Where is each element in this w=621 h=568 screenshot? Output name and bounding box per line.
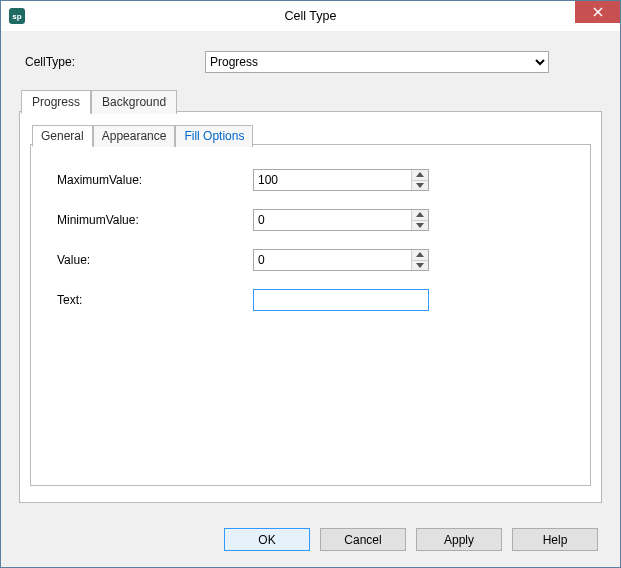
celltype-select[interactable]: Progress	[205, 51, 549, 73]
cancel-button[interactable]: Cancel	[320, 528, 406, 551]
tab-background[interactable]: Background	[91, 90, 177, 114]
tab-appearance[interactable]: Appearance	[93, 125, 176, 147]
text-field-wrap	[253, 289, 429, 311]
svg-marker-5	[416, 223, 424, 228]
value-input[interactable]	[254, 250, 411, 270]
window-title: Cell Type	[1, 9, 620, 23]
inner-tabstrip: General Appearance Fill Options	[32, 124, 253, 146]
tab-progress-label: Progress	[32, 95, 80, 109]
close-button[interactable]	[575, 1, 620, 23]
help-button[interactable]: Help	[512, 528, 598, 551]
tab-background-label: Background	[102, 95, 166, 109]
apply-button[interactable]: Apply	[416, 528, 502, 551]
row-maximum-value: MaximumValue:	[51, 169, 570, 191]
celltype-row: CellType: Progress	[25, 51, 596, 73]
cancel-button-label: Cancel	[344, 533, 381, 547]
row-minimum-value: MinimumValue:	[51, 209, 570, 231]
svg-marker-3	[416, 183, 424, 188]
chevron-up-icon	[416, 172, 424, 177]
tab-fill-options-label: Fill Options	[184, 129, 244, 143]
svg-marker-7	[416, 263, 424, 268]
outer-tab-panel: General Appearance Fill Options MaximumV…	[19, 111, 602, 503]
svg-marker-6	[416, 252, 424, 257]
minimum-value-spin-buttons	[411, 210, 428, 230]
chevron-down-icon	[416, 183, 424, 188]
celltype-label: CellType:	[25, 55, 205, 69]
titlebar: sp Cell Type	[1, 1, 620, 32]
minimum-value-label: MinimumValue:	[51, 213, 253, 227]
value-spin-down[interactable]	[412, 261, 428, 271]
apply-button-label: Apply	[444, 533, 474, 547]
minimum-value-spinner[interactable]	[253, 209, 429, 231]
value-spin-up[interactable]	[412, 250, 428, 261]
row-text: Text:	[51, 289, 570, 311]
chevron-down-icon	[416, 263, 424, 268]
minimum-value-spin-up[interactable]	[412, 210, 428, 221]
close-icon	[593, 7, 603, 17]
window-buttons	[575, 1, 620, 31]
minimum-value-spin-down[interactable]	[412, 221, 428, 231]
value-spinner[interactable]	[253, 249, 429, 271]
value-label: Value:	[51, 253, 253, 267]
maximum-value-spin-up[interactable]	[412, 170, 428, 181]
cell-type-dialog: sp Cell Type CellType: Progress Progress…	[0, 0, 621, 568]
minimum-value-input[interactable]	[254, 210, 411, 230]
button-bar: OK Cancel Apply Help	[224, 528, 598, 551]
chevron-up-icon	[416, 212, 424, 217]
maximum-value-spinner[interactable]	[253, 169, 429, 191]
help-button-label: Help	[543, 533, 568, 547]
tab-appearance-label: Appearance	[102, 129, 167, 143]
row-value: Value:	[51, 249, 570, 271]
value-spin-buttons	[411, 250, 428, 270]
tab-general[interactable]: General	[32, 125, 93, 147]
tab-fill-options[interactable]: Fill Options	[175, 125, 253, 147]
tab-progress[interactable]: Progress	[21, 90, 91, 114]
maximum-value-spin-down[interactable]	[412, 181, 428, 191]
maximum-value-input[interactable]	[254, 170, 411, 190]
inner-tab-panel-general: MaximumValue: Mi	[30, 144, 591, 486]
maximum-value-spin-buttons	[411, 170, 428, 190]
ok-button[interactable]: OK	[224, 528, 310, 551]
svg-marker-4	[416, 212, 424, 217]
text-label: Text:	[51, 293, 253, 307]
svg-marker-2	[416, 172, 424, 177]
outer-tabstrip: Progress Background	[21, 89, 177, 113]
app-icon: sp	[9, 8, 25, 24]
chevron-up-icon	[416, 252, 424, 257]
chevron-down-icon	[416, 223, 424, 228]
maximum-value-label: MaximumValue:	[51, 173, 253, 187]
tab-general-label: General	[41, 129, 84, 143]
client-area: CellType: Progress Progress Background G…	[1, 31, 620, 567]
text-input[interactable]	[253, 289, 429, 311]
ok-button-label: OK	[258, 533, 275, 547]
